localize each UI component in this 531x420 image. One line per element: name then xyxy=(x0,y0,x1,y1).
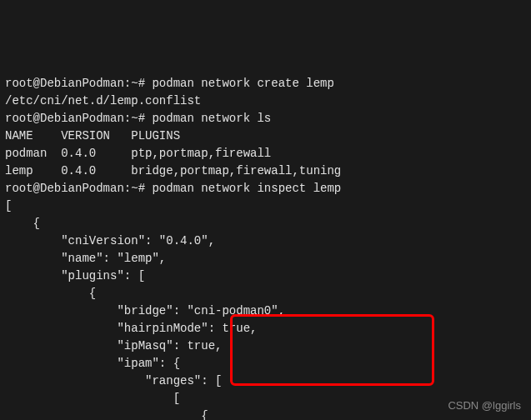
terminal-output-line: "bridge": "cni-podman0", xyxy=(5,304,285,318)
terminal-output-line: /etc/cni/net.d/lemp.conflist xyxy=(5,94,201,108)
terminal-output: root@DebianPodman:~# podman network crea… xyxy=(5,75,526,420)
terminal-command: podman network inspect lemp xyxy=(152,182,341,195)
terminal-command: podman network ls xyxy=(152,112,271,125)
terminal-output-line: [ xyxy=(5,199,12,212)
terminal-output-line: { xyxy=(5,287,96,300)
terminal-output-line: "ipMasq": true, xyxy=(5,339,222,352)
terminal-command: podman network create lemp xyxy=(152,77,333,90)
terminal-output-line: "hairpinMode": true, xyxy=(5,322,257,335)
terminal-output-line: "ranges": [ xyxy=(5,374,222,388)
terminal-output-line: "ipam": { xyxy=(5,357,180,370)
terminal-output-line: [ xyxy=(5,392,180,405)
terminal-prompt: root@DebianPodman:~# xyxy=(5,77,152,90)
terminal-output-line: "name": "lemp", xyxy=(5,252,166,265)
terminal-output-line: { xyxy=(5,409,208,420)
terminal-output-line: "plugins": [ xyxy=(5,269,145,282)
terminal-output-line: { xyxy=(5,217,40,230)
terminal-output-line: lemp 0.4.0 bridge,portmap,firewall,tunin… xyxy=(5,164,341,178)
terminal-prompt: root@DebianPodman:~# xyxy=(5,182,152,195)
terminal-output-line: podman 0.4.0 ptp,portmap,firewall xyxy=(5,147,271,160)
terminal-prompt: root@DebianPodman:~# xyxy=(5,112,152,125)
watermark: CSDN @lggirls xyxy=(448,398,521,414)
terminal-output-line: NAME VERSION PLUGINS xyxy=(5,129,180,142)
terminal-output-line: "cniVersion": "0.4.0", xyxy=(5,234,215,248)
